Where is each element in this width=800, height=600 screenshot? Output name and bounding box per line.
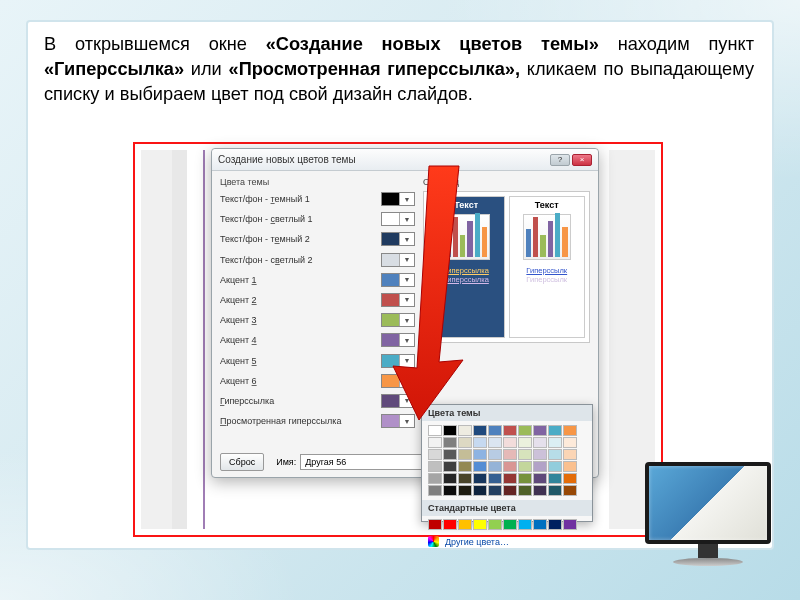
color-swatch[interactable] [458,519,472,530]
color-swatch[interactable] [473,473,487,484]
color-swatch[interactable] [488,473,502,484]
color-swatch[interactable] [503,461,517,472]
color-swatch[interactable] [563,485,577,496]
color-swatch [382,415,400,427]
color-swatch[interactable] [533,485,547,496]
color-swatch[interactable] [563,449,577,460]
color-swatch[interactable] [518,461,532,472]
color-swatch[interactable] [548,461,562,472]
reset-button[interactable]: Сброс [220,453,264,471]
color-swatch[interactable] [503,473,517,484]
color-swatch[interactable] [428,473,442,484]
instruction-text: В открывшемся окне «Создание новых цвето… [44,32,754,107]
dialog-titlebar[interactable]: Создание новых цветов темы ? × [212,149,598,171]
color-swatch[interactable] [518,519,532,530]
color-swatch[interactable] [458,461,472,472]
color-swatch[interactable] [563,473,577,484]
color-swatch[interactable] [443,473,457,484]
color-swatch[interactable] [533,449,547,460]
more-colors-label: Другие цвета… [445,537,509,547]
color-swatch[interactable] [518,485,532,496]
close-button[interactable]: × [572,154,592,166]
mini-bar [555,213,560,257]
color-dropdown-button[interactable]: ▼ [381,253,415,267]
color-swatch[interactable] [533,461,547,472]
color-dropdown-button[interactable]: ▼ [381,354,415,368]
desc-b2: «Гиперссылка» [44,59,184,79]
color-row-label: Акцент 3 [220,315,257,325]
color-swatch[interactable] [443,461,457,472]
color-swatch[interactable] [443,485,457,496]
color-swatch[interactable] [563,437,577,448]
color-dropdown-button[interactable]: ▼ [381,394,415,408]
more-colors-item[interactable]: Другие цвета… [422,533,592,550]
color-dropdown-button[interactable]: ▼ [381,313,415,327]
color-swatch[interactable] [473,449,487,460]
color-swatch[interactable] [428,437,442,448]
color-swatch[interactable] [488,461,502,472]
color-swatch[interactable] [533,425,547,436]
sample-preview-group: Текст Гиперссылка Гиперссылка Текст Гипе… [423,191,590,343]
color-swatch[interactable] [428,519,442,530]
color-swatch[interactable] [563,461,577,472]
color-swatch[interactable] [518,425,532,436]
color-swatch[interactable] [533,519,547,530]
color-swatch[interactable] [503,437,517,448]
color-swatch[interactable] [428,425,442,436]
color-swatch[interactable] [458,485,472,496]
color-swatch[interactable] [503,519,517,530]
color-swatch[interactable] [458,449,472,460]
color-swatch[interactable] [488,437,502,448]
color-swatch[interactable] [503,425,517,436]
color-rows-list: Текст/фон - темный 1▼Текст/фон - светлый… [220,191,415,429]
color-swatch[interactable] [473,437,487,448]
color-swatch[interactable] [428,461,442,472]
color-swatch[interactable] [428,449,442,460]
color-dropdown-button[interactable]: ▼ [381,192,415,206]
color-swatch[interactable] [563,425,577,436]
color-swatch[interactable] [503,449,517,460]
color-swatch[interactable] [548,519,562,530]
color-swatch[interactable] [533,473,547,484]
color-dropdown-button[interactable]: ▼ [381,293,415,307]
color-dropdown-button[interactable]: ▼ [381,273,415,287]
dialog-title-text: Создание новых цветов темы [218,154,356,165]
color-dropdown-button[interactable]: ▼ [381,333,415,347]
color-swatch[interactable] [473,519,487,530]
color-swatch[interactable] [488,519,502,530]
color-swatch[interactable] [563,519,577,530]
color-dropdown-button[interactable]: ▼ [381,374,415,388]
color-swatch[interactable] [518,437,532,448]
color-swatch[interactable] [503,485,517,496]
color-row-1: Текст/фон - светлый 1▼ [220,211,415,227]
color-swatch[interactable] [518,473,532,484]
color-swatch[interactable] [473,425,487,436]
color-swatch[interactable] [488,425,502,436]
color-swatch[interactable] [548,449,562,460]
color-swatch[interactable] [443,519,457,530]
color-dropdown-button[interactable]: ▼ [381,232,415,246]
color-swatch[interactable] [458,437,472,448]
color-swatch[interactable] [428,485,442,496]
color-swatch[interactable] [443,425,457,436]
color-swatch[interactable] [443,449,457,460]
color-swatch[interactable] [548,437,562,448]
help-button[interactable]: ? [550,154,570,166]
group-label-sample: Образец [423,177,590,187]
color-swatch[interactable] [473,485,487,496]
color-dropdown-button[interactable]: ▼ [381,212,415,226]
sample-dark-title: Текст [454,200,478,210]
color-swatch[interactable] [518,449,532,460]
color-swatch[interactable] [458,473,472,484]
color-swatch[interactable] [458,425,472,436]
color-row-label: Просмотренная гиперссылка [220,416,341,426]
color-dropdown-button[interactable]: ▼ [381,414,415,428]
color-swatch[interactable] [548,425,562,436]
color-swatch[interactable] [443,437,457,448]
color-swatch[interactable] [488,449,502,460]
color-swatch[interactable] [473,461,487,472]
color-swatch[interactable] [548,473,562,484]
color-swatch[interactable] [548,485,562,496]
color-swatch[interactable] [533,437,547,448]
color-swatch[interactable] [488,485,502,496]
